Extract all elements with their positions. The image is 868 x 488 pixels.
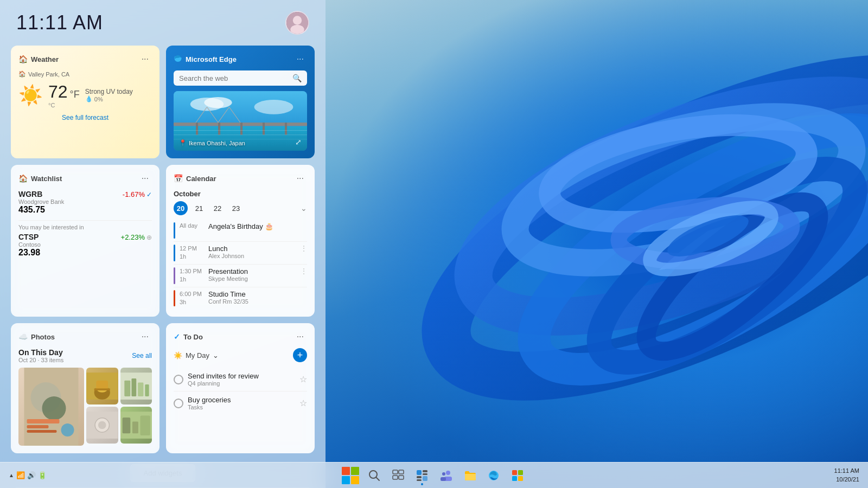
- taskbar-right: 11:11 AM 10/20/21: [834, 467, 859, 484]
- edge-title: Microsoft Edge: [186, 55, 237, 63]
- svg-rect-60: [399, 476, 404, 479]
- photo-thumb-3[interactable]: [120, 368, 152, 404]
- svg-point-67: [446, 471, 450, 475]
- svg-rect-47: [145, 384, 149, 396]
- watchlist-title: Watchlist: [31, 175, 62, 183]
- chevron-down-icon: ⌄: [213, 351, 219, 359]
- taskbar-teams-button[interactable]: [435, 465, 457, 486]
- calendar-icon: 📅: [174, 174, 183, 183]
- weather-title-row: 🏠 Weather: [18, 55, 59, 63]
- todo-star-invites[interactable]: ☆: [299, 374, 307, 384]
- photo-thumb-5[interactable]: [120, 407, 152, 444]
- svg-rect-21: [240, 123, 242, 135]
- store-icon: [512, 470, 524, 481]
- show-hidden-icons-button[interactable]: ▲: [9, 472, 14, 478]
- calendar-widget: 📅 Calendar ··· October 20 21 22 23 ⌄: [166, 165, 315, 317]
- calendar-event-studio[interactable]: 6:00 PM3h Studio Time Conf Rm 32/35: [174, 287, 307, 310]
- weather-forecast-link[interactable]: See full forecast: [18, 114, 152, 121]
- stock-ticker-ctsp: CTSP: [18, 233, 39, 241]
- search-icon: 🔍: [292, 74, 302, 82]
- svg-point-50: [98, 421, 106, 429]
- calendar-header: 📅 Calendar ···: [174, 172, 307, 184]
- event-allday-label: All day: [180, 222, 204, 229]
- calendar-day-today[interactable]: 20: [174, 201, 188, 215]
- photos-see-all-button[interactable]: See all: [132, 352, 152, 359]
- weather-main: ☀️ 72 °F °C Strong UV today 💧 0: [18, 82, 152, 108]
- calendar-day-21[interactable]: 21: [192, 204, 206, 213]
- svg-point-15: [204, 97, 232, 108]
- watchlist-title-row: 🏠 Watchlist: [18, 174, 62, 183]
- calendar-expand-button[interactable]: ⌄: [301, 204, 307, 213]
- todo-checkbox-groceries[interactable]: [174, 399, 183, 408]
- calendar-day-23[interactable]: 23: [229, 204, 243, 213]
- svg-rect-19: [196, 123, 198, 135]
- watchlist-header: 🏠 Watchlist ···: [18, 172, 152, 184]
- taskbar-taskview-button[interactable]: [387, 465, 409, 486]
- stock-item-ctsp[interactable]: CTSP +2.23% ⊕ Contoso 23.98: [18, 233, 152, 258]
- event-menu-lunch[interactable]: ⋮: [301, 245, 307, 252]
- todo-menu-button[interactable]: ···: [293, 331, 307, 343]
- todo-item-invites[interactable]: Send invites for review Q4 planning ☆: [174, 368, 307, 391]
- calendar-event-lunch[interactable]: 12 PM1h Lunch Alex Johnson ⋮: [174, 242, 307, 265]
- battery-icon[interactable]: 🔋: [38, 471, 47, 479]
- photos-icon: ☁️: [18, 332, 28, 341]
- taskbar-widgets-button[interactable]: [411, 465, 433, 486]
- edge-search-bar[interactable]: 🔍: [174, 70, 307, 86]
- photos-menu-button[interactable]: ···: [138, 331, 152, 343]
- volume-icon[interactable]: 🔊: [27, 471, 36, 479]
- weather-unit-toggle[interactable]: °C: [48, 102, 80, 108]
- calendar-menu-button[interactable]: ···: [293, 172, 307, 184]
- user-avatar[interactable]: [285, 11, 309, 35]
- photos-widget: ☁️ Photos ··· On This Day Oct 20 · 33 it…: [11, 323, 159, 453]
- todo-star-groceries[interactable]: ☆: [299, 398, 307, 408]
- network-icon[interactable]: 📶: [16, 471, 25, 479]
- svg-rect-65: [417, 479, 422, 481]
- event-menu-presentation[interactable]: ⋮: [301, 267, 307, 275]
- photos-widget-header: ☁️ Photos ···: [18, 331, 152, 343]
- calendar-day-22[interactable]: 22: [210, 204, 225, 213]
- photo-thumb-4[interactable]: [86, 407, 118, 444]
- event-title-studio: Studio Time: [208, 290, 307, 298]
- wallpaper-swirl: [326, 0, 868, 466]
- svg-rect-23: [285, 123, 287, 135]
- photo-thumb-2[interactable]: [86, 368, 118, 404]
- svg-rect-70: [441, 477, 446, 481]
- edge-search-input[interactable]: [179, 74, 289, 82]
- weather-menu-button[interactable]: ···: [138, 53, 152, 65]
- todo-item-groceries[interactable]: Buy groceries Tasks ☆: [174, 391, 307, 415]
- stock-change-ctsp: +2.23% ⊕: [121, 233, 152, 241]
- calendar-date-header: October 20 21 22 23 ⌄: [174, 190, 307, 215]
- calendar-event-birthday[interactable]: All day Angela's Birthday 🎂: [174, 220, 307, 242]
- edge-taskbar-icon: [488, 470, 500, 481]
- todo-my-day-button[interactable]: ☀️ My Day ⌄: [174, 351, 219, 359]
- taskbar-center: [340, 465, 528, 486]
- photos-title-row: ☁️ Photos: [18, 332, 55, 341]
- clock-display: 11:11 AM: [16, 11, 103, 34]
- todo-widget: ✓ To Do ··· ☀️ My Day ⌄ + Send invites f…: [166, 323, 315, 453]
- taskbar-clock[interactable]: 11:11 AM 10/20/21: [834, 467, 859, 484]
- svg-point-16: [254, 100, 293, 114]
- svg-rect-59: [393, 476, 398, 479]
- stock-item-wgrb[interactable]: WGRB -1.67% ✓ Woodgrove Bank 435.75: [18, 190, 152, 215]
- start-button[interactable]: [340, 465, 361, 486]
- watchlist-menu-button[interactable]: ···: [138, 172, 152, 184]
- add-watchlist-icon[interactable]: ⊕: [146, 234, 152, 241]
- calendar-event-presentation[interactable]: 1:30 PM1h Presentation Skype Meeting ⋮: [174, 265, 307, 287]
- win-logo-q1: [342, 467, 350, 475]
- photo-thumb-1[interactable]: [18, 368, 84, 446]
- event-title-birthday: Angela's Birthday 🎂: [208, 222, 273, 230]
- taskbar-store-button[interactable]: [507, 465, 528, 486]
- taskbar: ▲ 📶 🔊 🔋: [0, 462, 868, 488]
- win-logo-q3: [342, 476, 350, 484]
- stock-company-ctsp: Contoso: [18, 241, 152, 248]
- svg-rect-22: [263, 123, 265, 135]
- taskbar-search-button[interactable]: [363, 465, 385, 486]
- todo-checkbox-invites[interactable]: [174, 375, 183, 384]
- edge-menu-button[interactable]: ···: [293, 53, 307, 65]
- svg-rect-61: [417, 470, 422, 475]
- taskbar-explorer-button[interactable]: [459, 465, 481, 486]
- edge-expand-button[interactable]: ⤢: [295, 138, 302, 146]
- taskbar-edge-button[interactable]: [483, 465, 505, 486]
- event-bar-lunch: [174, 245, 175, 261]
- todo-add-button[interactable]: +: [293, 348, 307, 362]
